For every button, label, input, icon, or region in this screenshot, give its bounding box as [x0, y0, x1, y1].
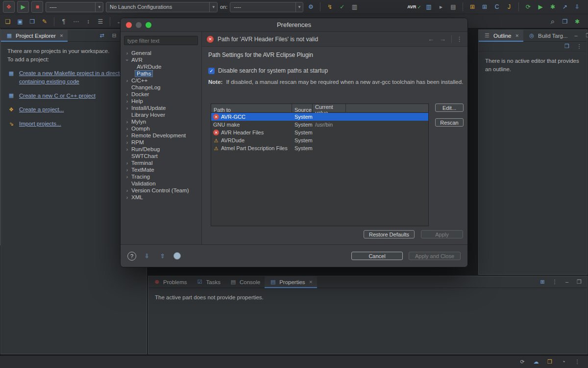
- pref-tree-item-version-control[interactable]: ›Version Control (Team): [121, 187, 201, 194]
- pref-tree-item-mylyn[interactable]: ›Mylyn: [121, 118, 201, 125]
- oomph-record-icon[interactable]: [173, 252, 181, 260]
- device-monitor-icon[interactable]: ▥: [424, 2, 434, 12]
- run-last-launch-icon[interactable]: ▶: [536, 2, 545, 12]
- new-file-icon[interactable]: ⊞: [480, 2, 490, 12]
- tab-project-explorer[interactable]: ▦ Project Explorer ✕: [1, 30, 68, 42]
- pref-tree-item-changelog[interactable]: ChangeLog: [121, 84, 201, 91]
- progress-icon[interactable]: ◔: [560, 358, 567, 366]
- pref-tree-item-avrdude[interactable]: AVRDude: [121, 63, 201, 70]
- external-tools-icon[interactable]: ↗: [560, 2, 570, 12]
- chevron-right-icon[interactable]: ›: [124, 174, 130, 180]
- debug-last-launch-icon[interactable]: ✱: [548, 2, 558, 12]
- cloud-sync-icon[interactable]: ☁: [532, 358, 540, 366]
- banner-kebab-icon[interactable]: ⋮: [451, 35, 463, 43]
- pref-tree-item-tracing[interactable]: ›Tracing: [121, 173, 201, 180]
- back-arrow-icon[interactable]: ←: [428, 35, 434, 43]
- upload-flash-icon[interactable]: ↯: [325, 2, 335, 12]
- avr-plugin-icon[interactable]: AVR✓: [407, 4, 421, 10]
- pref-tree-item-run-debug[interactable]: ›Run/Debug: [121, 146, 201, 153]
- new-view-icon[interactable]: ⊞: [539, 278, 546, 286]
- search-icon[interactable]: ⌕: [548, 17, 558, 26]
- pref-tree-item-terminal[interactable]: ›Terminal: [121, 159, 201, 166]
- overflow-kebab-icon[interactable]: ⋮: [573, 358, 581, 366]
- pref-tree-item-oomph[interactable]: ›Oomph: [121, 125, 201, 132]
- fuses-icon[interactable]: ▥: [349, 2, 359, 12]
- table-row-avr-header-files[interactable]: ✕AVR Header Files System: [211, 129, 428, 136]
- more-options-icon[interactable]: ⋯: [71, 17, 81, 26]
- save-icon[interactable]: ▣: [15, 17, 25, 26]
- pref-tree-item-help[interactable]: ›Help: [121, 98, 201, 105]
- pref-tree-item-textmate[interactable]: ›TextMate: [121, 166, 201, 173]
- edit-brush-icon[interactable]: ✎: [40, 17, 49, 26]
- create-project-link[interactable]: Create a project...: [19, 105, 64, 114]
- new-folder-icon[interactable]: ❏: [3, 17, 13, 26]
- pref-tree-item-rpm[interactable]: ›RPM: [121, 139, 201, 146]
- chevron-right-icon[interactable]: ›: [124, 133, 130, 138]
- launch-configurations-dropdown[interactable]: No Launch Configurations ▾: [106, 2, 218, 12]
- new-project-icon[interactable]: ⊞: [467, 2, 477, 12]
- pref-tree-item-c-cpp[interactable]: ›C/C++: [121, 77, 201, 84]
- cancel-button[interactable]: Cancel: [351, 252, 403, 260]
- launch-profiles-dropdown[interactable]: ---- ▾: [46, 2, 103, 12]
- apply-button[interactable]: Apply: [421, 230, 463, 238]
- chevron-right-icon[interactable]: ›: [124, 147, 130, 152]
- chevron-right-icon[interactable]: ›: [124, 105, 130, 111]
- table-row-atmel-part-description-files[interactable]: ⚠Atmel Part Description Files System: [211, 144, 428, 152]
- save-all-icon[interactable]: ❒: [27, 17, 37, 26]
- refresh-icon[interactable]: ⟳: [523, 2, 533, 12]
- table-row-avrdude[interactable]: ⚠AVRDude System: [211, 136, 428, 144]
- background-job-icon[interactable]: ⟳: [518, 358, 526, 366]
- chevron-right-icon[interactable]: ›: [124, 126, 130, 131]
- tab-outline[interactable]: ☰ Outline ✕: [479, 30, 523, 42]
- launch-target-dropdown[interactable]: ---- ▾: [230, 2, 303, 12]
- help-icon[interactable]: ?: [127, 252, 136, 261]
- tab-console[interactable]: ▤ Console: [225, 276, 265, 288]
- traffic-light-close-icon[interactable]: [126, 22, 132, 28]
- chevron-right-icon[interactable]: ›: [124, 99, 130, 104]
- terminal-icon[interactable]: ▸: [436, 2, 446, 12]
- debug-perspective-icon[interactable]: ✱: [572, 17, 582, 26]
- pref-tree-item-avr[interactable]: ›AVR: [121, 56, 201, 63]
- pref-tree-item-swtchart[interactable]: SWTChart: [121, 153, 201, 159]
- tab-tasks[interactable]: ☑ Tasks: [192, 276, 225, 288]
- import-preferences-icon[interactable]: ⇩: [142, 251, 152, 261]
- filter-input[interactable]: [124, 36, 198, 45]
- checkbox-checked-icon[interactable]: ✓: [208, 68, 215, 74]
- edit-button[interactable]: Edit...: [435, 104, 464, 112]
- run-button-icon[interactable]: ▶: [17, 1, 29, 13]
- rescan-button[interactable]: Rescan: [435, 118, 464, 127]
- pref-tree-item-docker[interactable]: ›Docker: [121, 91, 201, 98]
- tab-properties[interactable]: ▤ Properties ✕: [265, 276, 317, 288]
- pref-tree-item-install-update[interactable]: ›Install/Update: [121, 105, 201, 111]
- pref-tree-item-general[interactable]: ›General: [121, 50, 201, 56]
- table-row-avr-gcc[interactable]: ✕AVR-GCC System: [211, 113, 428, 121]
- verify-icon[interactable]: ✓: [337, 2, 347, 12]
- tab-problems[interactable]: ⊗ Problems: [148, 276, 192, 288]
- new-c-element-icon[interactable]: C: [492, 2, 502, 12]
- workspace-wizard-icon[interactable]: ❖: [3, 1, 15, 13]
- sort-icon[interactable]: ↕: [83, 17, 93, 26]
- apply-and-close-button[interactable]: Apply and Close: [409, 252, 461, 260]
- layers-icon[interactable]: ❒: [563, 43, 571, 51]
- close-icon[interactable]: ✕: [309, 280, 313, 285]
- chevron-right-icon[interactable]: ›: [124, 160, 130, 166]
- view-list-icon[interactable]: ☰: [96, 17, 105, 26]
- restore-defaults-button[interactable]: Restore Defaults: [364, 230, 415, 238]
- pref-tree-item-library-hover[interactable]: Library Hover: [121, 111, 201, 118]
- chevron-right-icon[interactable]: ›: [124, 140, 130, 145]
- create-makefile-project-link[interactable]: Create a new Makefile project in a direc…: [19, 69, 135, 85]
- close-icon[interactable]: ✕: [515, 33, 519, 38]
- pref-tree-item-remote-development[interactable]: ›Remote Development: [121, 132, 201, 139]
- new-java-element-icon[interactable]: J: [504, 2, 514, 12]
- chevron-right-icon[interactable]: ›: [124, 51, 130, 56]
- pref-tree-item-validation[interactable]: Validation: [121, 180, 201, 187]
- show-whitespace-icon[interactable]: ¶: [59, 17, 69, 26]
- dialog-titlebar[interactable]: Preferences: [121, 18, 467, 32]
- minimize-icon[interactable]: –: [572, 32, 580, 40]
- pref-tree-item-paths[interactable]: Paths: [121, 70, 201, 77]
- view-menu-kebab-icon[interactable]: ⋮: [551, 278, 559, 286]
- import-download-icon[interactable]: ⇩: [572, 2, 582, 12]
- link-with-editor-icon[interactable]: ⇄: [98, 32, 106, 40]
- pref-tree-item-xml[interactable]: ›XML: [121, 194, 201, 201]
- export-preferences-icon[interactable]: ⇧: [158, 251, 168, 261]
